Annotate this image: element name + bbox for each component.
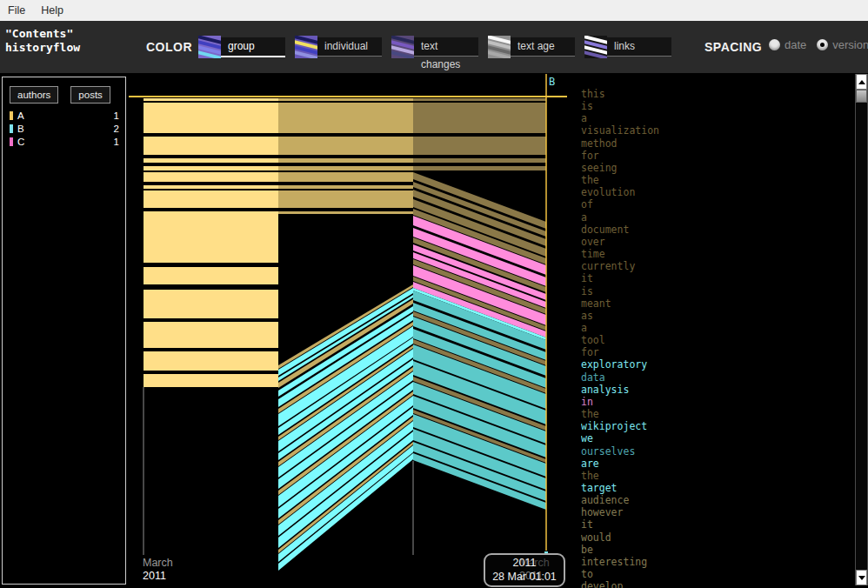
version-tooltip: 2011 28 Mar 01:01 bbox=[484, 553, 565, 587]
color-button-label: text changes bbox=[414, 37, 478, 57]
flow-band bbox=[144, 322, 278, 348]
document-word: a bbox=[581, 211, 659, 224]
document-word: visualization bbox=[581, 124, 659, 137]
document-word: it bbox=[581, 518, 659, 531]
color-button-label: text age bbox=[511, 37, 575, 57]
document-word: as bbox=[581, 310, 659, 322]
spacing-radio-date[interactable]: date bbox=[769, 38, 806, 51]
flow-band bbox=[278, 103, 413, 133]
radio-label: date bbox=[785, 38, 806, 51]
color-buttons: groupindividualtext changestext agelinks bbox=[198, 36, 671, 58]
document-word: the bbox=[581, 174, 659, 186]
links-icon bbox=[584, 36, 607, 58]
flow-band bbox=[413, 98, 546, 101]
flow-band bbox=[144, 267, 278, 284]
scroll-up-button[interactable] bbox=[856, 74, 867, 90]
flow-band bbox=[278, 190, 413, 208]
flow-band bbox=[278, 166, 413, 170]
axis-label-left: March 2011 bbox=[143, 557, 173, 583]
document-word: meant bbox=[581, 297, 659, 310]
flow-band bbox=[278, 172, 413, 182]
flow-band bbox=[144, 172, 278, 182]
version-b-label: B bbox=[549, 76, 555, 88]
color-button-individual[interactable]: individual bbox=[295, 36, 382, 58]
document-word: be bbox=[581, 544, 659, 556]
author-count: 2 bbox=[114, 124, 119, 134]
app-title-line2: historyflow bbox=[5, 41, 80, 55]
flow-band bbox=[144, 374, 278, 387]
tab-authors[interactable]: authors bbox=[10, 86, 58, 104]
document-words: thisisavisualizationmethodforseeingtheev… bbox=[581, 88, 659, 588]
tab-posts[interactable]: posts bbox=[70, 86, 110, 104]
document-word: however bbox=[581, 506, 659, 518]
tooltip-year: 2011 bbox=[485, 556, 564, 570]
document-word: a bbox=[581, 112, 659, 124]
color-button-links[interactable]: links bbox=[584, 36, 671, 58]
document-word: evolution bbox=[581, 186, 659, 198]
document-word: in bbox=[581, 396, 659, 408]
document-word: for bbox=[581, 150, 659, 162]
app-title-line1: "Contents" bbox=[5, 27, 80, 41]
sidebar: authors posts A1B2C1 bbox=[2, 77, 126, 585]
radio-dot-icon bbox=[817, 39, 828, 50]
header: "Contents" historyflow COLOR groupindivi… bbox=[0, 21, 868, 73]
author-count: 1 bbox=[114, 137, 119, 147]
author-count: 1 bbox=[114, 110, 119, 121]
document-word: of bbox=[581, 198, 659, 210]
flow-band bbox=[278, 211, 413, 214]
menu-help[interactable]: Help bbox=[33, 4, 71, 17]
document-word: tool bbox=[581, 334, 659, 346]
author-color-chip bbox=[10, 137, 13, 146]
spacing-label: SPACING bbox=[704, 40, 762, 54]
flow-band bbox=[144, 211, 278, 263]
document-word: data bbox=[581, 371, 659, 384]
document-word: ourselves bbox=[581, 445, 659, 458]
color-button-label: individual bbox=[317, 37, 382, 57]
scroll-thumb[interactable] bbox=[856, 90, 867, 103]
color-button-group[interactable]: group bbox=[198, 36, 285, 58]
author-list: A1B2C1 bbox=[3, 109, 125, 148]
flow-band bbox=[144, 98, 278, 101]
document-word: target bbox=[581, 482, 659, 494]
document-word: method bbox=[581, 137, 659, 150]
document-word: document bbox=[581, 224, 659, 236]
radio-dot-icon bbox=[769, 39, 780, 50]
sidebar-tabs: authors posts bbox=[10, 86, 125, 104]
color-button-label: links bbox=[607, 37, 671, 57]
radio-label: version bbox=[832, 38, 868, 51]
document-word: are bbox=[581, 458, 659, 470]
document-word: interesting bbox=[581, 556, 659, 568]
flow-band bbox=[278, 98, 413, 101]
document-word: a bbox=[581, 322, 659, 334]
text-age-icon bbox=[488, 36, 511, 58]
tooltip-datetime: 28 Mar 01:01 bbox=[485, 570, 564, 584]
menu-file[interactable]: File bbox=[0, 4, 33, 17]
document-word: analysis bbox=[581, 384, 659, 396]
flow-band bbox=[144, 190, 278, 208]
document-word: exploratory bbox=[581, 358, 659, 371]
document-word: it bbox=[581, 272, 659, 284]
color-button-text-age[interactable]: text age bbox=[488, 36, 575, 58]
spacing-radio-version[interactable]: version bbox=[817, 38, 868, 51]
text-changes-icon bbox=[391, 36, 414, 58]
app-title: "Contents" historyflow bbox=[5, 27, 80, 55]
document-word: we bbox=[581, 432, 659, 444]
document-word: is bbox=[581, 285, 659, 297]
up-arrow-icon bbox=[858, 80, 865, 84]
flow-band bbox=[144, 185, 278, 189]
flow-band bbox=[413, 158, 546, 163]
author-color-chip bbox=[10, 111, 13, 120]
author-row-a[interactable]: A1 bbox=[3, 109, 125, 122]
color-button-text-changes[interactable]: text changes bbox=[391, 36, 478, 58]
individual-icon bbox=[295, 36, 317, 58]
document-word: the bbox=[581, 408, 659, 420]
document-word: currently bbox=[581, 260, 659, 272]
author-name: A bbox=[17, 110, 24, 121]
scroll-down-button[interactable] bbox=[856, 570, 867, 585]
down-arrow-icon bbox=[858, 576, 865, 580]
author-row-c[interactable]: C1 bbox=[3, 135, 125, 148]
author-row-b[interactable]: B2 bbox=[3, 122, 125, 135]
flow-visualization[interactable] bbox=[129, 73, 855, 588]
flow-band bbox=[278, 137, 413, 155]
flow-band bbox=[144, 137, 278, 155]
